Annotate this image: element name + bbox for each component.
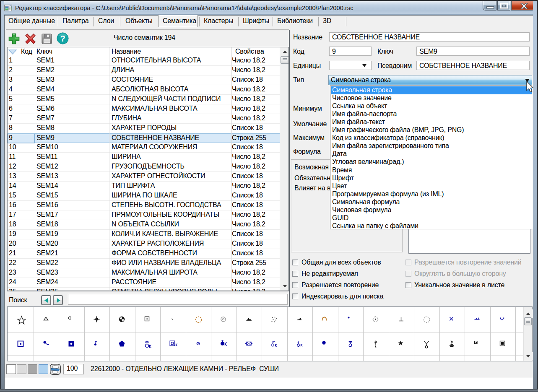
svg-text:?: ? (60, 34, 65, 43)
